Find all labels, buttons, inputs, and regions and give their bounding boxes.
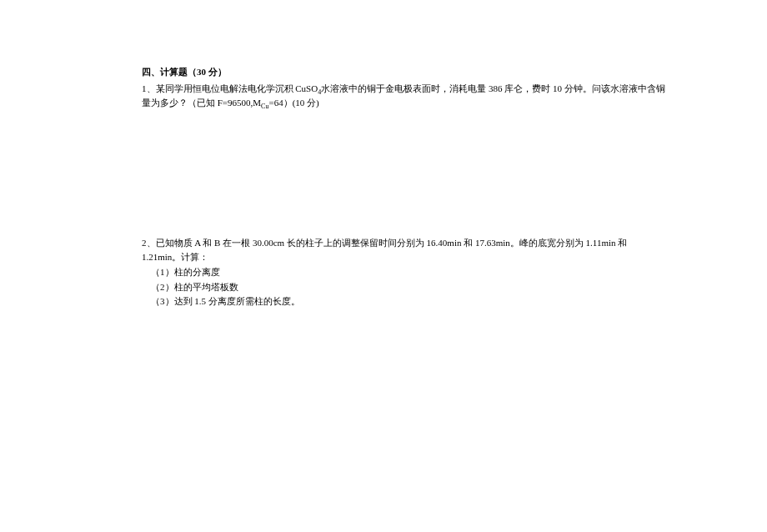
q1-text-part3: =64）(10 分) — [268, 98, 318, 108]
question-2: 2、已知物质 A 和 B 在一根 30.00cm 长的柱子上的调整保留时间分别为… — [142, 236, 667, 309]
q2-sub-1: （1）柱的分离度 — [142, 265, 667, 280]
q2-sub-3: （3）达到 1.5 分离度所需柱的长度。 — [142, 294, 667, 309]
q2-sub-2: （2）柱的平均塔板数 — [142, 280, 667, 295]
q1-text-part1: 1、某同学用恒电位电解法电化学沉积 CuSO — [142, 83, 318, 93]
question-1: 1、某同学用恒电位电解法电化学沉积 CuSO4水溶液中的铜于金电极表面时，消耗电… — [142, 82, 667, 111]
section-heading: 四、计算题（30 分） — [142, 65, 667, 80]
q2-stem: 2、已知物质 A 和 B 在一根 30.00cm 长的柱子上的调整保留时间分别为… — [142, 236, 667, 265]
